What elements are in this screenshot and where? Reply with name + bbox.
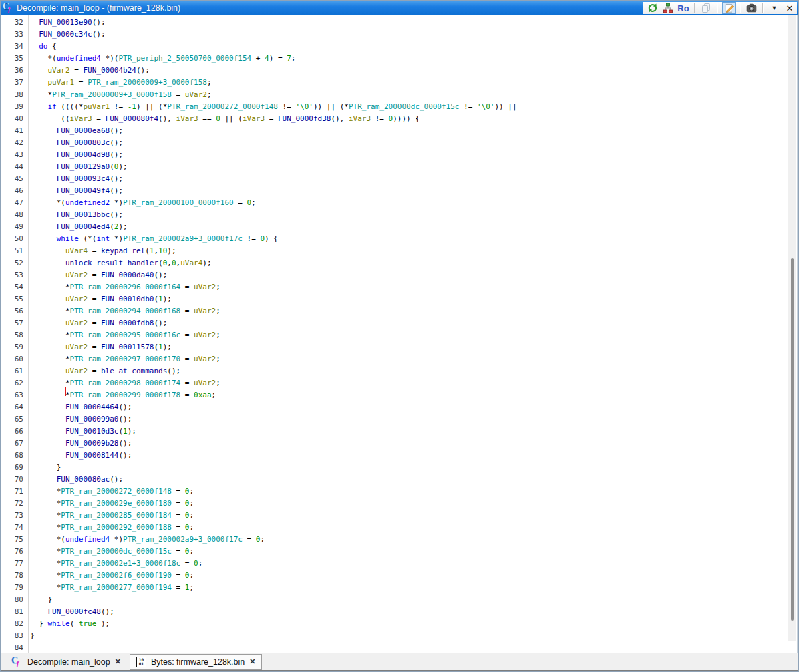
code-text: ((iVar3 = FUN_000080f4(), iVar3 == 0 || … [30, 114, 420, 123]
tab-label: Bytes: firmware_128k.bin [151, 657, 245, 667]
code-text: *(undefined2 *)PTR_ram_20000100_0000f160… [30, 198, 256, 207]
code-line-42[interactable]: 42 FUN_0000803c(); [1, 137, 798, 149]
code-line-80[interactable]: 80 } [1, 594, 798, 606]
tab-close-icon[interactable]: ✕ [115, 658, 121, 665]
code-line-54[interactable]: 54 *PTR_ram_20000296_0000f164 = uVar2; [1, 281, 798, 293]
line-number: 53 [1, 269, 30, 281]
copy-icon[interactable] [699, 2, 713, 14]
code-text: *PTR_ram_20000292_0000f188 = 0; [30, 523, 194, 532]
code-text: *PTR_ram_2000029e_0000f180 = 0; [30, 499, 194, 508]
code-text: uVar2 = FUN_0000da40(); [30, 271, 167, 279]
code-line-71[interactable]: 71 *PTR_ram_20000272_0000f148 = 0; [1, 486, 798, 498]
code-text: FUN_00013bbc(); [30, 210, 123, 219]
code-line-53[interactable]: 53 uVar2 = FUN_0000da40(); [1, 269, 798, 281]
code-line-51[interactable]: 51 uVar4 = keypad_rel(1,10); [1, 245, 798, 257]
code-line-75[interactable]: 75 *(undefined4 *)PTR_ram_200002a9+3_000… [1, 534, 798, 546]
tab-label: Decompile: main_loop [27, 657, 110, 667]
tab-close-icon[interactable]: ✕ [249, 658, 255, 665]
code-line-35[interactable]: 35 *(undefined4 *)(PTR_periph_2_50050700… [1, 53, 798, 65]
code-line-78[interactable]: 78 *PTR_ram_200002f6_0000f190 = 0; [1, 570, 798, 582]
line-number: 51 [1, 245, 30, 257]
code-line-49[interactable]: 49 FUN_00004ed4(2); [1, 221, 798, 233]
code-line-69[interactable]: 69 } [1, 462, 798, 474]
code-line-41[interactable]: 41 FUN_0000ea68(); [1, 125, 798, 137]
code-line-57[interactable]: 57 uVar2 = FUN_0000fdb8(); [1, 317, 798, 329]
line-number: 72 [1, 498, 30, 510]
line-number: 61 [1, 365, 30, 377]
code-line-48[interactable]: 48 FUN_00013bbc(); [1, 209, 798, 221]
code-line-84[interactable]: 84 [1, 642, 798, 653]
code-line-64[interactable]: 64 FUN_00004464(); [1, 401, 798, 413]
code-line-46[interactable]: 46 FUN_000049f4(); [1, 185, 798, 197]
code-line-59[interactable]: 59 uVar2 = FUN_00011578(1); [1, 341, 798, 353]
code-line-52[interactable]: 52 unlock_result_handler(0,0,uVar4); [1, 257, 798, 269]
snapshot-button[interactable] [745, 2, 758, 14]
code-line-55[interactable]: 55 uVar2 = FUN_00010db0(1); [1, 293, 798, 305]
line-number: 37 [1, 77, 30, 89]
code-line-62[interactable]: 62 *PTR_ram_20000298_0000f174 = uVar2; [1, 377, 798, 389]
decompiler-code-panel[interactable]: 32 FUN_00013e90();33 FUN_0000c34c();34 d… [1, 15, 798, 653]
code-line-74[interactable]: 74 *PTR_ram_20000292_0000f188 = 0; [1, 522, 798, 534]
code-text: } [30, 595, 52, 604]
code-text: while (*(int *)PTR_ram_200002a9+3_0000f1… [30, 234, 278, 243]
code-line-38[interactable]: 38 *PTR_ram_20000009+3_0000f158 = uVar2; [1, 89, 798, 101]
code-line-60[interactable]: 60 *PTR_ram_20000297_0000f170 = uVar2; [1, 353, 798, 365]
code-line-77[interactable]: 77 *PTR_ram_200002e1+3_0000f18c = 0; [1, 558, 798, 570]
edit-button[interactable] [722, 2, 736, 14]
close-button[interactable]: ✕ [783, 2, 796, 14]
code-line-70[interactable]: 70 FUN_000080ac(); [1, 474, 798, 486]
code-line-47[interactable]: 47 *(undefined2 *)PTR_ram_20000100_0000f… [1, 197, 798, 209]
code-text: FUN_000049f4(); [30, 186, 123, 195]
tab-bytes-firmware[interactable]: 1001 Bytes: firmware_128k.bin ✕ [130, 654, 263, 670]
vertical-scrollbar[interactable] [788, 15, 796, 641]
title-bar[interactable]: Cf Decompile: main_loop - (firmware_128k… [1, 1, 798, 15]
code-line-33[interactable]: 33 FUN_0000c34c(); [1, 29, 798, 41]
code-line-76[interactable]: 76 *PTR_ram_200000dc_0000f15c = 0; [1, 546, 798, 558]
call-graph-icon[interactable] [661, 2, 675, 14]
code-line-65[interactable]: 65 FUN_000099a0(); [1, 413, 798, 426]
code-line-61[interactable]: 61 uVar2 = ble_at_commands(); [1, 365, 798, 377]
code-line-45[interactable]: 45 FUN_000093c4(); [1, 173, 798, 185]
decompiler-window: Cf Decompile: main_loop - (firmware_128k… [0, 0, 799, 672]
code-line-73[interactable]: 73 *PTR_ram_20000285_0000f184 = 0; [1, 510, 798, 522]
line-number: 71 [1, 486, 30, 498]
line-number: 76 [1, 546, 30, 558]
line-number: 64 [1, 401, 30, 413]
code-line-50[interactable]: 50 while (*(int *)PTR_ram_200002a9+3_000… [1, 233, 798, 245]
code-line-37[interactable]: 37 puVar1 = PTR_ram_20000009+3_0000f158; [1, 77, 798, 89]
line-number: 78 [1, 570, 30, 582]
code-line-81[interactable]: 81 FUN_0000fc48(); [1, 606, 798, 618]
code-text: FUN_00010d3c(1); [30, 427, 136, 436]
code-line-43[interactable]: 43 FUN_00004d98(); [1, 149, 798, 161]
code-line-39[interactable]: 39 if ((((*puVar1 != -1) || (*PTR_ram_20… [1, 101, 798, 113]
code-line-44[interactable]: 44 FUN_000129a0(0); [1, 161, 798, 173]
tab-decompile-main-loop[interactable]: Cf Decompile: main_loop ✕ [3, 655, 127, 669]
refresh-icon[interactable] [646, 2, 659, 14]
code-line-34[interactable]: 34 do { [1, 41, 798, 53]
code-line-58[interactable]: 58 *PTR_ram_20000295_0000f16c = uVar2; [1, 329, 798, 341]
code-line-68[interactable]: 68 FUN_00008144(); [1, 450, 798, 462]
decompiler-cf-icon: Cf [11, 657, 23, 667]
code-line-32[interactable]: 32 FUN_00013e90(); [1, 17, 798, 29]
line-number: 62 [1, 377, 30, 389]
code-line-36[interactable]: 36 uVar2 = FUN_00004b24(); [1, 65, 798, 77]
code-text: uVar2 = ble_at_commands(); [30, 367, 180, 375]
ro-button[interactable]: Ro [677, 2, 690, 14]
code-text: uVar2 = FUN_0000fdb8(); [30, 319, 167, 327]
code-line-82[interactable]: 82 } while( true ); [1, 618, 798, 630]
code-line-40[interactable]: 40 ((iVar3 = FUN_000080f4(), iVar3 == 0 … [1, 113, 798, 125]
code-line-63[interactable]: 63 *PTR_ram_20000299_0000f178 = 0xaa; [1, 389, 798, 401]
code-line-66[interactable]: 66 FUN_00010d3c(1); [1, 426, 798, 438]
code-line-72[interactable]: 72 *PTR_ram_2000029e_0000f180 = 0; [1, 498, 798, 510]
scrollbar-thumb[interactable] [791, 258, 794, 621]
code-line-67[interactable]: 67 FUN_00009b28(); [1, 438, 798, 450]
line-number: 65 [1, 413, 30, 426]
code-line-83[interactable]: 83} [1, 630, 798, 642]
code-text: FUN_0000ea68(); [30, 126, 123, 135]
dropdown-arrow[interactable]: ▼ [768, 2, 781, 14]
code-line-79[interactable]: 79 *PTR_ram_20000277_0000f194 = 1; [1, 582, 798, 594]
code-text: uVar4 = keypad_rel(1,10); [30, 246, 176, 255]
toolbar-separator [694, 3, 695, 13]
code-line-56[interactable]: 56 *PTR_ram_20000294_0000f168 = uVar2; [1, 305, 798, 317]
code-text: do { [30, 42, 57, 51]
